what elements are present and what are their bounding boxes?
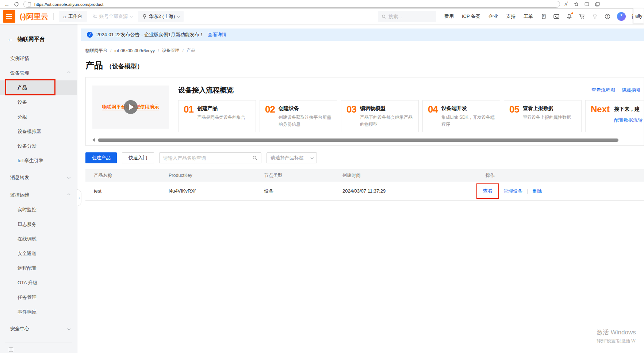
banner-detail-link[interactable]: 查看详情 [208,31,227,38]
sidebar-item-device-distribution[interactable]: 设备分发 [0,139,77,153]
aliyun-logo-text: 阿里云 [26,12,48,22]
location-pin-icon [142,14,147,19]
sidebar-item-remote-config[interactable]: 远程配置 [0,261,77,276]
step-card-view-reported-data: 05 查看上报数据 查看设备上报的属性数据 [504,100,582,132]
chevron-down-icon [67,327,70,330]
cell-product-name: test [85,188,160,194]
hamburger-menu-icon[interactable] [3,10,15,23]
corner-popup: aliy [633,8,644,23]
cell-node-type: 设备 [256,188,334,194]
aliyun-logo[interactable]: (-) 阿里云 [20,12,48,22]
banner-text: 2024-01-22发布公告：企业版实例1月新功能发布！ [96,31,204,38]
notification-dot [571,12,573,14]
table-header: 产品名称 ProductKey 节点类型 创建时间 操作 [85,169,644,182]
favorite-star-icon[interactable] [574,2,579,7]
sidebar-item-ota-upgrade[interactable]: OTA 升级 [0,276,77,290]
sidebar-group-device-management[interactable]: 设备管理 [0,66,77,80]
sidebar-item-device-simulator[interactable]: 设备模拟器 [0,124,77,139]
device-flow-panel: 查看流程图 隐藏指引 物联网平台物模型使用演示 设备接入流程概览 01 创建产品 [85,77,644,146]
sidebar-group-security-center[interactable]: 安全中心 [0,322,77,336]
sidebar-item-log-service[interactable]: 日志服务 [0,217,77,232]
collections-icon[interactable] [595,2,600,7]
chevron-up-icon [67,71,70,74]
help-icon[interactable]: ? [604,13,611,20]
sidebar-item-instance-detail[interactable]: 实例详情 [0,51,77,66]
sidebar-item-product[interactable]: 产品 [0,80,77,95]
breadcrumb-instance[interactable]: iot-06z00c0h9r6voyy [114,48,155,53]
scroll-left-arrow-icon[interactable] [92,138,95,142]
scrollbar-thumb[interactable] [98,138,618,142]
scrollbar-track[interactable] [98,138,639,142]
product-tag-select[interactable]: 请选择产品标签 [267,152,317,163]
sidebar-group-monitoring-ops[interactable]: 监控运维 [0,188,77,202]
sidebar-item-secure-tunnel[interactable]: 安全隧道 [0,246,77,261]
col-actions: 操作 [477,172,644,179]
configure-data-forwarding-link[interactable]: 配置数据流转 [614,117,643,124]
quick-start-button[interactable]: 快速入门 [122,152,154,163]
user-avatar[interactable]: * [617,12,626,21]
menu-item-icp[interactable]: ICP 备案 [462,13,480,20]
browser-refresh-icon[interactable] [14,2,19,7]
account-resources-selector[interactable]: 账号全部资源 [93,13,132,20]
sidebar-item-realtime-monitor[interactable]: 实时监控 [0,202,77,217]
address-bar[interactable]: https://iot.console.aliyun.com/product [23,1,560,8]
checkbox-icon [9,348,13,352]
product-table: 产品名称 ProductKey 节点类型 创建时间 操作 test i4u4VI… [85,169,644,201]
step-card-create-product: 01 创建产品 产品是同品类设备的集合 [178,100,256,132]
page-icon [27,2,31,7]
manage-devices-link[interactable]: 管理设备 [503,188,522,194]
global-search-input[interactable] [388,14,429,19]
view-link[interactable]: 查看 [483,188,492,194]
cart-icon[interactable] [579,13,585,20]
menu-item-ticket[interactable]: 工单 [524,13,533,20]
flow-horizontal-scrollbar [92,138,639,142]
sidebar-item-group[interactable]: 分组 [0,110,77,124]
step-card-edit-thing-model: 03 编辑物模型 产品下的设备都会继承产品的物模型 [341,100,419,132]
product-search-box[interactable] [159,152,261,163]
sidebar-item-event-response[interactable]: 事件响应 [0,305,77,319]
notification-bell-icon[interactable] [566,13,572,20]
read-aloud-icon[interactable]: Aʹ [564,1,568,7]
browser-bar: ← https://iot.console.aliyun.com/product… [0,0,644,9]
view-flowchart-link[interactable]: 查看流程图 [591,87,615,94]
sidebar-collapse-handle[interactable]: ‹ [77,189,81,206]
sidebar-item-device[interactable]: 设备 [0,95,77,110]
workspace-button[interactable]: ⌂ 工作台 [59,11,87,22]
cell-actions: 查看 管理设备 | 删除 [477,187,644,195]
menu-item-enterprise[interactable]: 企业 [488,13,498,20]
hide-guide-link[interactable]: 隐藏指引 [622,87,641,94]
page-title: 产品 [85,60,103,71]
step-card-create-device: 02 创建设备 创建设备获取连接平台所需的身份信息 [260,100,337,132]
global-search[interactable] [378,11,436,22]
cloudshell-terminal-icon[interactable] [553,13,560,20]
delete-link[interactable]: 删除 [532,188,542,194]
product-toolbar: 创建产品 快速入门 请选择产品标签 [85,152,644,163]
sidebar-item-task-management[interactable]: 任务管理 [0,290,77,305]
breadcrumb-device-management[interactable]: 设备管理 [162,48,179,54]
play-icon[interactable] [124,100,138,114]
lightbulb-icon[interactable] [591,13,598,20]
create-product-button[interactable]: 创建产品 [85,152,117,163]
back-arrow-icon[interactable]: ← [7,36,13,42]
product-search-input[interactable] [163,155,244,161]
demo-video-thumbnail[interactable]: 物联网平台物模型使用演示 [92,86,169,129]
chevron-down-icon [67,176,70,179]
sidebar-bottom-partial-item[interactable] [0,342,77,352]
svg-text:?: ? [607,15,609,18]
sidebar: ← 物联网平台 实例详情 设备管理 产品 设备 分组 设备模拟器 设备分发 Io… [0,24,77,353]
search-icon[interactable] [252,155,257,160]
breadcrumb-iot-platform[interactable]: 物联网平台 [85,48,107,54]
sidebar-header: ← 物联网平台 [0,24,77,51]
menu-item-support[interactable]: 支持 [506,13,515,20]
sidebar-group-message-forwarding[interactable]: 消息转发 [0,170,77,185]
flow-steps: 01 创建产品 产品是同品类设备的集合 02 创建设备 创建设备获取连接平台所需… [178,100,644,132]
region-selector[interactable]: 华东2 (上海) [138,11,184,22]
menu-item-billing[interactable]: 费用 [444,13,454,20]
browser-back-icon[interactable]: ← [4,2,9,7]
sidebar-item-online-debug[interactable]: 在线调试 [0,232,77,246]
divider: | [527,188,528,194]
split-screen-icon[interactable] [584,2,589,7]
app-download-icon[interactable]: P [540,13,547,20]
sidebar-item-iot-twin[interactable]: IoT孪生引擎 [0,153,77,168]
url-text: https://iot.console.aliyun.com/product [34,2,103,7]
